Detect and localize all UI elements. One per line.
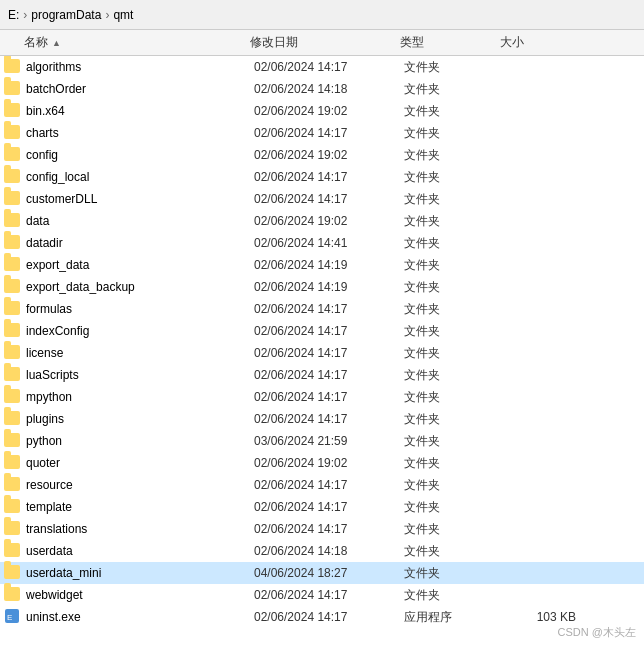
table-row[interactable]: luaScripts02/06/2024 14:17文件夹	[0, 364, 644, 386]
file-type: 文件夹	[404, 323, 504, 340]
table-row[interactable]: userdata02/06/2024 14:18文件夹	[0, 540, 644, 562]
file-name: charts	[26, 126, 254, 140]
file-date: 02/06/2024 14:17	[254, 478, 404, 492]
folder-icon	[4, 278, 22, 296]
table-row[interactable]: webwidget02/06/2024 14:17文件夹	[0, 584, 644, 606]
table-row[interactable]: config02/06/2024 19:02文件夹	[0, 144, 644, 166]
file-type: 文件夹	[404, 345, 504, 362]
folder-icon	[4, 586, 22, 604]
file-date: 02/06/2024 14:18	[254, 82, 404, 96]
table-row[interactable]: resource02/06/2024 14:17文件夹	[0, 474, 644, 496]
table-row[interactable]: template02/06/2024 14:17文件夹	[0, 496, 644, 518]
file-date: 02/06/2024 19:02	[254, 456, 404, 470]
file-name: bin.x64	[26, 104, 254, 118]
file-date: 02/06/2024 14:17	[254, 588, 404, 602]
breadcrumb-programdata[interactable]: programData	[31, 8, 101, 22]
file-type: 文件夹	[404, 235, 504, 252]
file-date: 02/06/2024 14:17	[254, 60, 404, 74]
file-type: 文件夹	[404, 433, 504, 450]
file-size: 103 KB	[504, 610, 584, 624]
folder-icon	[4, 124, 22, 142]
table-row[interactable]: export_data_backup02/06/2024 14:19文件夹	[0, 276, 644, 298]
file-date: 02/06/2024 14:18	[254, 544, 404, 558]
col-header-type[interactable]: 类型	[400, 34, 500, 51]
folder-icon	[4, 102, 22, 120]
file-name: userdata	[26, 544, 254, 558]
file-type: 文件夹	[404, 257, 504, 274]
folder-icon	[4, 234, 22, 252]
table-row[interactable]: bin.x6402/06/2024 19:02文件夹	[0, 100, 644, 122]
file-type: 文件夹	[404, 521, 504, 538]
file-date: 02/06/2024 14:17	[254, 412, 404, 426]
file-type: 文件夹	[404, 169, 504, 186]
folder-icon	[4, 300, 22, 318]
file-date: 02/06/2024 14:17	[254, 302, 404, 316]
file-name: luaScripts	[26, 368, 254, 382]
table-row[interactable]: datadir02/06/2024 14:41文件夹	[0, 232, 644, 254]
file-name: config_local	[26, 170, 254, 184]
table-row[interactable]: userdata_mini04/06/2024 18:27文件夹	[0, 562, 644, 584]
file-name: python	[26, 434, 254, 448]
col-header-name[interactable]: 名称 ▲	[0, 34, 250, 51]
file-type: 文件夹	[404, 499, 504, 516]
file-name: export_data_backup	[26, 280, 254, 294]
file-name: quoter	[26, 456, 254, 470]
table-row[interactable]: quoter02/06/2024 19:02文件夹	[0, 452, 644, 474]
table-row[interactable]: charts02/06/2024 14:17文件夹	[0, 122, 644, 144]
file-type: 文件夹	[404, 587, 504, 604]
file-name: userdata_mini	[26, 566, 254, 580]
file-date: 02/06/2024 14:17	[254, 324, 404, 338]
table-row[interactable]: export_data02/06/2024 14:19文件夹	[0, 254, 644, 276]
table-row[interactable]: python03/06/2024 21:59文件夹	[0, 430, 644, 452]
table-row[interactable]: E uninst.exe02/06/2024 14:17应用程序103 KB	[0, 606, 644, 624]
table-row[interactable]: license02/06/2024 14:17文件夹	[0, 342, 644, 364]
file-list: algorithms02/06/2024 14:17文件夹batchOrder0…	[0, 56, 644, 624]
table-row[interactable]: batchOrder02/06/2024 14:18文件夹	[0, 78, 644, 100]
file-date: 02/06/2024 14:19	[254, 280, 404, 294]
table-row[interactable]: plugins02/06/2024 14:17文件夹	[0, 408, 644, 430]
folder-icon	[4, 322, 22, 340]
breadcrumb-drive[interactable]: E:	[8, 8, 19, 22]
file-date: 02/06/2024 14:17	[254, 522, 404, 536]
file-name: batchOrder	[26, 82, 254, 96]
table-row[interactable]: customerDLL02/06/2024 14:17文件夹	[0, 188, 644, 210]
col-header-size[interactable]: 大小	[500, 34, 580, 51]
file-date: 02/06/2024 14:19	[254, 258, 404, 272]
table-row[interactable]: translations02/06/2024 14:17文件夹	[0, 518, 644, 540]
exe-icon: E	[4, 608, 22, 624]
file-date: 02/06/2024 14:41	[254, 236, 404, 250]
table-row[interactable]: mpython02/06/2024 14:17文件夹	[0, 386, 644, 408]
breadcrumb-qmt[interactable]: qmt	[113, 8, 133, 22]
table-row[interactable]: data02/06/2024 19:02文件夹	[0, 210, 644, 232]
file-type: 文件夹	[404, 543, 504, 560]
sep2: ›	[105, 8, 109, 22]
file-type: 文件夹	[404, 301, 504, 318]
table-row[interactable]: config_local02/06/2024 14:17文件夹	[0, 166, 644, 188]
sort-arrow-icon: ▲	[52, 38, 61, 48]
file-type: 文件夹	[404, 103, 504, 120]
folder-icon	[4, 498, 22, 516]
table-row[interactable]: indexConfig02/06/2024 14:17文件夹	[0, 320, 644, 342]
file-type: 文件夹	[404, 147, 504, 164]
folder-icon	[4, 344, 22, 362]
file-name: plugins	[26, 412, 254, 426]
file-name: webwidget	[26, 588, 254, 602]
file-date: 03/06/2024 21:59	[254, 434, 404, 448]
file-name: export_data	[26, 258, 254, 272]
file-type: 文件夹	[404, 81, 504, 98]
file-type: 文件夹	[404, 279, 504, 296]
table-row[interactable]: algorithms02/06/2024 14:17文件夹	[0, 56, 644, 78]
file-date: 02/06/2024 14:17	[254, 368, 404, 382]
file-name: customerDLL	[26, 192, 254, 206]
folder-icon	[4, 190, 22, 208]
folder-icon	[4, 256, 22, 274]
svg-text:E: E	[7, 613, 12, 622]
col-header-date[interactable]: 修改日期	[250, 34, 400, 51]
file-date: 04/06/2024 18:27	[254, 566, 404, 580]
file-name: indexConfig	[26, 324, 254, 338]
table-row[interactable]: formulas02/06/2024 14:17文件夹	[0, 298, 644, 320]
folder-icon	[4, 454, 22, 472]
folder-icon	[4, 58, 22, 76]
sep1: ›	[23, 8, 27, 22]
folder-icon	[4, 476, 22, 494]
